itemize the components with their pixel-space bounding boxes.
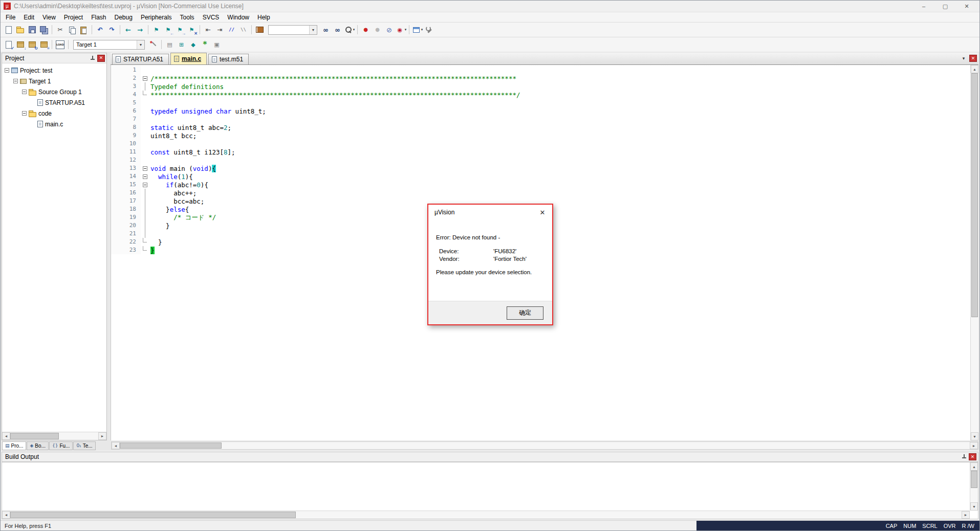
rebuild-button[interactable]: ↻ [26,39,38,51]
target-select[interactable]: Target 1 [73,40,145,50]
maximize-icon[interactable]: ▢ [934,1,956,11]
tree-item-code[interactable]: code [2,108,106,119]
translate-button[interactable]: ✓ [3,39,14,51]
code-line-13[interactable]: 13void main (void){ [111,164,978,172]
scroll-right-icon[interactable]: ► [98,432,106,440]
fold-collapse-icon[interactable] [143,183,147,187]
code-line-1[interactable]: 1 [111,66,978,74]
bookmark-prev-button[interactable]: ⚑← [162,24,174,36]
ok-button[interactable]: 确定 [507,306,543,320]
code-line-2[interactable]: 2/**************************************… [111,74,978,82]
code-line-3[interactable]: 3Typedef definitions [111,82,978,91]
redo-button[interactable]: ↷ [106,24,118,36]
unindent-button[interactable]: ⇤ [202,24,214,36]
menu-help[interactable]: Help [253,13,274,22]
pin-icon[interactable] [90,56,95,61]
software-packs-button[interactable]: * [199,39,211,51]
minimize-icon[interactable]: – [913,1,934,11]
file-extensions-button[interactable]: ▤ [164,39,176,51]
open-file-button[interactable] [14,24,26,36]
scroll-left-icon[interactable]: ◄ [112,442,120,449]
doc-tab-main-c[interactable]: main.c [170,53,207,64]
menu-peripherals[interactable]: Peripherals [137,13,176,22]
insert-breakpoint-button[interactable]: ● [360,24,372,36]
find-in-files-button[interactable]: ∞ [320,24,332,36]
scrollbar-thumb[interactable] [971,471,977,488]
panel-tab-books[interactable]: ◈Bo... [27,441,49,450]
close-icon[interactable]: ✕ [956,1,977,11]
pin-icon[interactable] [962,454,967,459]
scroll-up-icon[interactable]: ▲ [971,65,978,73]
tree-expander-icon[interactable] [5,68,9,73]
find-button[interactable]: ∞ [332,24,343,36]
configure-tools-button[interactable] [423,24,435,36]
scroll-down-icon[interactable]: ▼ [970,502,978,511]
menu-debug[interactable]: Debug [111,13,137,22]
configure-dictionary-button[interactable] [254,24,266,36]
scrollbar-track[interactable] [10,511,962,519]
kill-breakpoints-button[interactable]: ⊘ [383,24,395,36]
project-panel-close-icon[interactable]: ✕ [97,55,105,62]
search-combobox[interactable] [268,25,317,35]
fold-collapse-icon[interactable] [143,174,147,179]
tree-item-main-c[interactable]: main.c [2,119,106,129]
panel-tab-functions[interactable]: {}Fu... [49,441,73,450]
zoom-menu-button[interactable]: ▾ [343,24,355,36]
copy-button[interactable] [66,24,78,36]
scrollbar-track[interactable] [10,432,98,440]
download-button[interactable]: LOAD [54,39,66,51]
menu-file[interactable]: File [2,13,19,22]
debug-session-button[interactable]: ◉▾ [395,24,407,36]
build-output-panel[interactable]: ▲ ▼ ◄ ► [2,462,978,519]
undo-button[interactable]: ↶ [94,24,106,36]
new-file-button[interactable] [3,24,14,36]
menu-flash[interactable]: Flash [87,13,110,22]
options-for-target-button[interactable] [147,39,159,51]
menu-edit[interactable]: Edit [19,13,38,22]
tree-item-target-1[interactable]: Target 1 [2,76,106,86]
bookmark-toggle-button[interactable]: ⚑ [150,24,162,36]
dropdown-icon[interactable]: ▾ [421,28,423,32]
tree-expander-icon[interactable] [22,90,27,94]
scroll-up-icon[interactable]: ▲ [970,462,978,471]
navigate-back-button[interactable]: ← [122,24,134,36]
indent-button[interactable]: ⇥ [214,24,226,36]
target-select-dropdown-icon[interactable] [137,40,144,49]
scrollbar-thumb[interactable] [120,442,222,449]
uncomment-button[interactable]: \\ [237,24,249,36]
tree-expander-icon[interactable] [13,79,18,83]
document-close-icon[interactable]: ✕ [969,55,977,62]
comment-button[interactable]: // [226,24,237,36]
menu-project[interactable]: Project [60,13,87,22]
tree-expander-icon[interactable] [22,111,27,116]
scrollbar-track[interactable] [970,471,978,502]
search-combobox-dropdown-icon[interactable] [309,26,317,34]
window-layout-button[interactable]: ▾ [411,24,423,36]
scroll-left-icon[interactable]: ◄ [2,511,10,519]
disable-breakpoints-button[interactable]: ● [372,24,383,36]
tree-item-source-group-1[interactable]: Source Group 1 [2,86,106,97]
batch-build-button[interactable]: ≡ [38,39,50,51]
scrollbar-track[interactable] [120,442,970,449]
tree-item-startup-a51[interactable]: STARTUP.A51 [2,97,106,108]
dialog-close-icon[interactable]: ✕ [537,209,548,216]
navigate-forward-button[interactable]: → [134,24,146,36]
tab-list-chevron-icon[interactable]: ▾ [960,56,967,61]
scrollbar-thumb[interactable] [971,73,978,317]
bookmark-clear-button[interactable]: ⚑✕ [186,24,198,36]
code-line-6[interactable]: 6typedef unsigned char uint8_t; [111,107,978,115]
code-line-9[interactable]: 9uint8_t bcc; [111,131,978,140]
manage-rte-button[interactable]: ◆ [187,39,199,51]
fold-collapse-icon[interactable] [143,166,147,171]
scroll-right-icon[interactable]: ► [970,442,978,449]
code-line-8[interactable]: 8static uint8_t abc=2; [111,123,978,131]
code-line-4[interactable]: 4***************************************… [111,91,978,99]
code-line-16[interactable]: 16 abc++; [111,189,978,197]
scroll-left-icon[interactable]: ◄ [2,432,10,440]
menu-window[interactable]: Window [223,13,253,22]
panel-tab-project[interactable]: ▤Pro... [2,441,26,450]
scrollbar-thumb[interactable] [10,512,296,518]
bookmark-next-button[interactable]: ⚑→ [174,24,186,36]
scroll-right-icon[interactable]: ► [962,511,970,519]
scroll-down-icon[interactable]: ▼ [971,432,978,440]
